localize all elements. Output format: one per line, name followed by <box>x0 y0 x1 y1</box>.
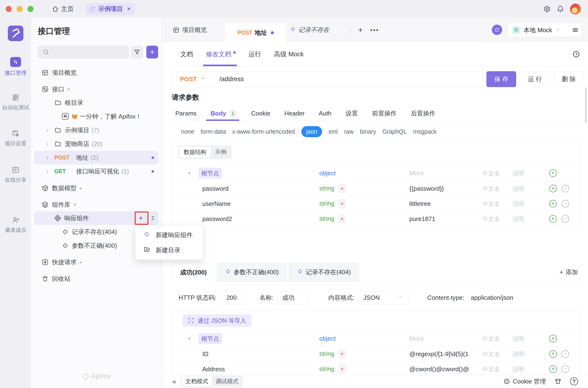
rail-item-api-management[interactable]: 接口管理 <box>0 57 31 77</box>
tree-folder-sample-project[interactable]: › 示例项目 (7) <box>34 123 158 137</box>
remove-field-icon[interactable] <box>562 215 569 223</box>
collapse-sidebar-button[interactable]: « <box>172 377 176 385</box>
body-type-json-selected[interactable]: json <box>301 126 322 137</box>
remove-field-icon[interactable] <box>562 200 569 207</box>
type-string[interactable]: string <box>319 365 334 373</box>
type-string[interactable]: string <box>319 200 334 207</box>
env-menu-button[interactable] <box>568 23 582 37</box>
type-string[interactable]: string <box>319 350 334 358</box>
bell-icon[interactable] <box>557 5 564 13</box>
new-tab-button[interactable]: + <box>355 18 366 42</box>
tab-edit-doc[interactable]: 修改文档 <box>206 42 236 66</box>
close-window-button[interactable] <box>6 6 12 12</box>
tree-item-root-folder[interactable]: 根目录 <box>34 96 158 110</box>
new-api-button[interactable]: + <box>146 46 158 58</box>
tab-header[interactable]: Header <box>284 106 305 121</box>
content-format-select[interactable]: JSON <box>358 291 408 305</box>
caret-right-icon[interactable]: ▸ <box>80 260 82 265</box>
tab-project-overview[interactable]: 项目概览 <box>173 18 207 42</box>
close-project-tab-icon[interactable]: × <box>127 5 131 13</box>
type-object[interactable]: object <box>319 335 336 342</box>
tree-folder-pet-store[interactable]: › 宠物商店 (20) <box>34 137 158 151</box>
tab-response-404[interactable]: 记录不存在(404) <box>289 263 359 282</box>
minimize-window-button[interactable] <box>17 6 23 12</box>
tab-run[interactable]: 运行 <box>248 42 261 66</box>
caret-right-icon[interactable]: ▸ <box>80 186 82 191</box>
apifox-logo[interactable] <box>8 25 23 41</box>
search-input[interactable] <box>38 46 129 58</box>
body-type-form-data[interactable]: form-data <box>201 128 226 135</box>
sync-button[interactable] <box>492 24 502 35</box>
tree-group-component-library[interactable]: 组件库 ▾ <box>34 198 158 212</box>
scrollbar-thumb[interactable] <box>585 88 587 123</box>
http-status-input[interactable]: 200 <box>220 291 243 305</box>
tree-item-markdown-doc[interactable]: M 一分钟，了解 Apifox！ <box>34 110 158 123</box>
project-tab[interactable]: 示例项目 × <box>86 3 135 15</box>
type-object[interactable]: object <box>319 170 336 177</box>
body-type-binary[interactable]: binary <box>360 128 376 135</box>
tab-response-200[interactable]: 成功(200) <box>172 263 215 282</box>
add-field-icon[interactable] <box>549 170 557 177</box>
delete-button[interactable]: 删 除 <box>554 71 584 87</box>
root-node-chip[interactable]: 根节点 <box>198 333 222 344</box>
rail-item-project-settings[interactable]: 项目设置 <box>0 129 31 147</box>
chevron-right-icon[interactable]: › <box>46 168 54 175</box>
chevron-right-icon[interactable]: › <box>46 154 54 161</box>
caret-down-icon[interactable]: ▾ <box>74 202 76 207</box>
home-button[interactable]: 主页 <box>52 5 74 13</box>
add-response-button[interactable]: +添加 <box>560 268 580 276</box>
tab-post-address-active[interactable]: POST 地址 <box>225 23 286 42</box>
caret-down-icon[interactable]: ▾ <box>67 87 70 92</box>
body-type-urlencoded[interactable]: x-www-form-urlencoded <box>232 128 295 135</box>
rail-item-invite-members[interactable]: 邀请成员 <box>0 216 31 234</box>
collapse-all-icon[interactable] <box>148 213 158 223</box>
tab-post-processors[interactable]: 后置操作 <box>411 106 435 121</box>
type-string[interactable]: string <box>319 215 334 222</box>
tab-advanced-mock[interactable]: 高级 Mock <box>274 42 304 66</box>
body-type-none[interactable]: none <box>181 128 194 135</box>
import-json-button[interactable]: 通过 JSON 等导入 <box>182 315 251 327</box>
root-node-chip[interactable]: 根节点 <box>198 168 222 179</box>
tab-auth[interactable]: Auth <box>319 106 332 121</box>
more-tabs-button[interactable]: ••• <box>370 18 379 42</box>
tab-params[interactable]: Params <box>175 106 197 121</box>
run-button[interactable]: 运 行 <box>520 71 550 87</box>
toggle-example[interactable]: 示例 <box>211 146 231 158</box>
menu-item-new-folder[interactable]: 新建目录 <box>135 242 203 258</box>
tshirt-theme-icon[interactable] <box>554 378 562 385</box>
body-type-raw[interactable]: raw <box>344 128 353 135</box>
history-button[interactable] <box>572 42 580 66</box>
tab-response-400[interactable]: 参数不正确(400) <box>217 263 287 282</box>
doc-mode-button[interactable]: 文档模式 <box>182 376 212 387</box>
tab-cookie[interactable]: Cookie <box>251 106 270 121</box>
method-select[interactable]: POST <box>172 72 213 87</box>
add-field-icon[interactable] <box>549 185 557 192</box>
tab-body[interactable]: Body 1 <box>211 106 237 121</box>
tab-response-404[interactable]: 记录不存在 <box>290 18 329 42</box>
rail-item-automated-testing[interactable]: 自动化测试 <box>0 94 31 111</box>
debug-mode-button[interactable]: 调试模式 <box>212 376 242 387</box>
add-field-icon[interactable] <box>549 335 557 342</box>
rail-item-online-share[interactable]: 在线分享 <box>0 166 31 184</box>
add-field-icon[interactable] <box>549 350 557 358</box>
add-field-icon[interactable] <box>549 365 557 373</box>
add-field-icon[interactable] <box>549 215 557 223</box>
body-type-graphql[interactable]: GraphQL <box>382 128 407 135</box>
chevron-right-icon[interactable]: › <box>46 127 54 134</box>
remove-field-icon[interactable] <box>562 365 569 373</box>
tab-doc[interactable]: 文档 <box>180 42 193 66</box>
cookie-manager-button[interactable]: Cookie 管理 <box>503 377 546 386</box>
response-name-input[interactable]: 成功 <box>277 291 308 305</box>
caret-down-icon[interactable]: ▾ <box>188 336 191 341</box>
url-input[interactable]: /address <box>213 75 244 83</box>
avatar[interactable] <box>570 3 581 14</box>
filter-button[interactable] <box>131 46 143 58</box>
tab-settings[interactable]: 设置 <box>346 106 358 121</box>
tree-item-post-address[interactable]: › POST 地址 (2) <box>34 151 158 164</box>
body-type-xml[interactable]: xml <box>328 128 338 135</box>
remove-field-icon[interactable] <box>562 350 569 358</box>
maximize-window-button[interactable] <box>27 6 34 12</box>
save-button[interactable]: 保 存 <box>486 71 516 87</box>
tree-item-recycle-bin[interactable]: 回收站 <box>34 272 158 286</box>
tree-item-get-visualization[interactable]: › GET 接口响应可视化 (1) <box>34 164 158 178</box>
